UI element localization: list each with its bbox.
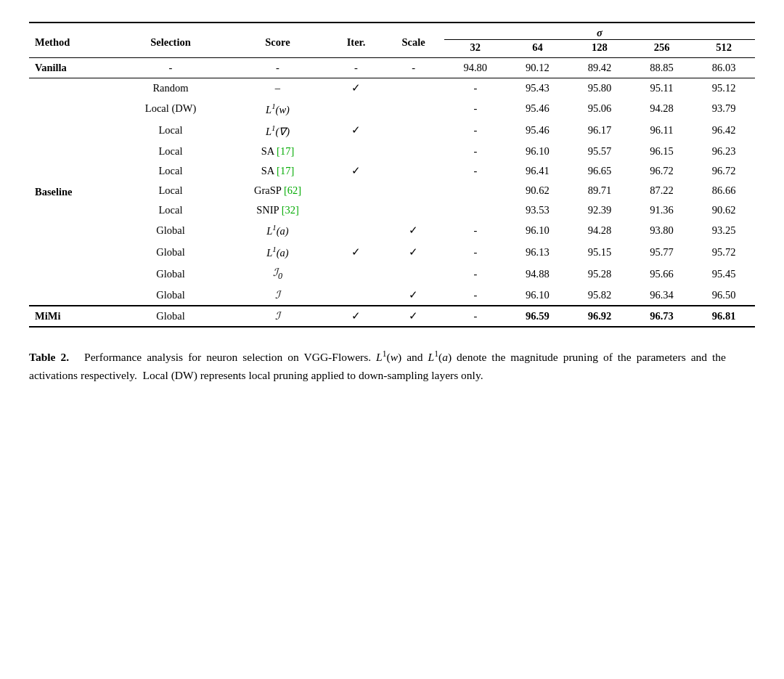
b8-score: L1(a) <box>226 220 330 242</box>
mimi-score: ℐ <box>226 306 330 327</box>
b3-128: 96.17 <box>568 120 631 142</box>
caption-text: Table 2. Performance analysis for neuron… <box>29 348 726 385</box>
baseline-row-7: Local SNIP [32] 93.53 92.39 91.36 90.62 <box>29 200 755 220</box>
b6-32 <box>444 181 507 200</box>
vanilla-method: Vanilla <box>29 58 115 78</box>
b2-selection: Local (DW) <box>115 98 226 120</box>
b9-score: L1(a) <box>226 241 330 263</box>
b9-512: 95.72 <box>693 241 755 263</box>
b9-iter: ✓ <box>330 241 383 263</box>
b2-scale <box>383 98 444 120</box>
b6-128: 89.71 <box>568 181 631 200</box>
b1-iter: ✓ <box>330 78 383 98</box>
table-caption: Table 2. Performance analysis for neuron… <box>29 348 726 385</box>
b2-score: L1(w) <box>226 98 330 120</box>
b6-256: 87.22 <box>631 181 693 200</box>
results-table: Method Selection Score Iter. Scale σ 32 … <box>29 22 755 328</box>
b3-score: L1(∇) <box>226 120 330 142</box>
baseline-row-6: Local GraSP [62] 90.62 89.71 87.22 86.66 <box>29 181 755 200</box>
b5-score: SA [17] <box>226 161 330 181</box>
b9-256: 95.77 <box>631 241 693 263</box>
b10-256: 95.66 <box>631 263 693 285</box>
col-512-header: 512 <box>693 40 755 58</box>
b2-32: - <box>444 98 507 120</box>
table-container: Method Selection Score Iter. Scale σ 32 … <box>29 22 755 328</box>
b7-512: 90.62 <box>693 200 755 220</box>
b8-512: 93.25 <box>693 220 755 242</box>
scale-header: Scale <box>383 23 444 58</box>
col-32-header: 32 <box>444 40 507 58</box>
mimi-64: 96.59 <box>507 306 569 327</box>
vanilla-256: 88.85 <box>631 58 693 78</box>
b1-256: 95.11 <box>631 78 693 98</box>
b6-scale <box>383 181 444 200</box>
vanilla-128: 89.42 <box>568 58 631 78</box>
b2-iter <box>330 98 383 120</box>
b1-512: 95.12 <box>693 78 755 98</box>
sigma-header: σ <box>444 23 755 40</box>
baseline-row-9: Global L1(a) ✓ ✓ - 96.13 95.15 95.77 95.… <box>29 241 755 263</box>
mimi-iter: ✓ <box>330 306 383 327</box>
vanilla-32: 94.80 <box>444 58 507 78</box>
b1-32: - <box>444 78 507 98</box>
b7-128: 92.39 <box>568 200 631 220</box>
b7-256: 91.36 <box>631 200 693 220</box>
b8-128: 94.28 <box>568 220 631 242</box>
vanilla-score: - <box>226 58 330 78</box>
b10-selection: Global <box>115 263 226 285</box>
b5-32: - <box>444 161 507 181</box>
b11-scale: ✓ <box>383 285 444 306</box>
b8-32: - <box>444 220 507 242</box>
b5-512: 96.72 <box>693 161 755 181</box>
b3-32: - <box>444 120 507 142</box>
baseline-row-4: Local SA [17] - 96.10 95.57 96.15 96.23 <box>29 142 755 161</box>
b10-32: - <box>444 263 507 285</box>
b3-256: 96.11 <box>631 120 693 142</box>
b11-256: 96.34 <box>631 285 693 306</box>
b1-selection: Random <box>115 78 226 98</box>
b2-512: 93.79 <box>693 98 755 120</box>
b5-selection: Local <box>115 161 226 181</box>
b3-64: 95.46 <box>507 120 569 142</box>
b9-128: 95.15 <box>568 241 631 263</box>
b4-32: - <box>444 142 507 161</box>
b4-512: 96.23 <box>693 142 755 161</box>
col-64-header: 64 <box>507 40 569 58</box>
b3-iter: ✓ <box>330 120 383 142</box>
b11-512: 96.50 <box>693 285 755 306</box>
selection-header: Selection <box>115 23 226 58</box>
b8-iter <box>330 220 383 242</box>
mimi-scale: ✓ <box>383 306 444 327</box>
b5-scale <box>383 161 444 181</box>
b11-selection: Global <box>115 285 226 306</box>
b2-64: 95.46 <box>507 98 569 120</box>
b7-64: 93.53 <box>507 200 569 220</box>
b5-64: 96.41 <box>507 161 569 181</box>
mimi-256: 96.73 <box>631 306 693 327</box>
b10-iter <box>330 263 383 285</box>
b6-512: 86.66 <box>693 181 755 200</box>
b6-score: GraSP [62] <box>226 181 330 200</box>
b11-score: ℐ <box>226 285 330 306</box>
b7-selection: Local <box>115 200 226 220</box>
col-256-header: 256 <box>631 40 693 58</box>
b10-64: 94.88 <box>507 263 569 285</box>
b8-scale: ✓ <box>383 220 444 242</box>
baseline-row-5: Local SA [17] ✓ - 96.41 96.65 96.72 96.7… <box>29 161 755 181</box>
b10-score: ℐ0 <box>226 263 330 285</box>
b11-iter <box>330 285 383 306</box>
b7-32 <box>444 200 507 220</box>
iter-header: Iter. <box>330 23 383 58</box>
baseline-row-3: Local L1(∇) ✓ - 95.46 96.17 96.11 96.42 <box>29 120 755 142</box>
b10-128: 95.28 <box>568 263 631 285</box>
b5-128: 96.65 <box>568 161 631 181</box>
b8-selection: Global <box>115 220 226 242</box>
b7-scale <box>383 200 444 220</box>
vanilla-512: 86.03 <box>693 58 755 78</box>
baseline-row-1: Baseline Random – ✓ - 95.43 95.80 95.11 … <box>29 78 755 98</box>
b1-64: 95.43 <box>507 78 569 98</box>
vanilla-scale: - <box>383 58 444 78</box>
mimi-selection: Global <box>115 306 226 327</box>
b6-iter <box>330 181 383 200</box>
b9-scale: ✓ <box>383 241 444 263</box>
